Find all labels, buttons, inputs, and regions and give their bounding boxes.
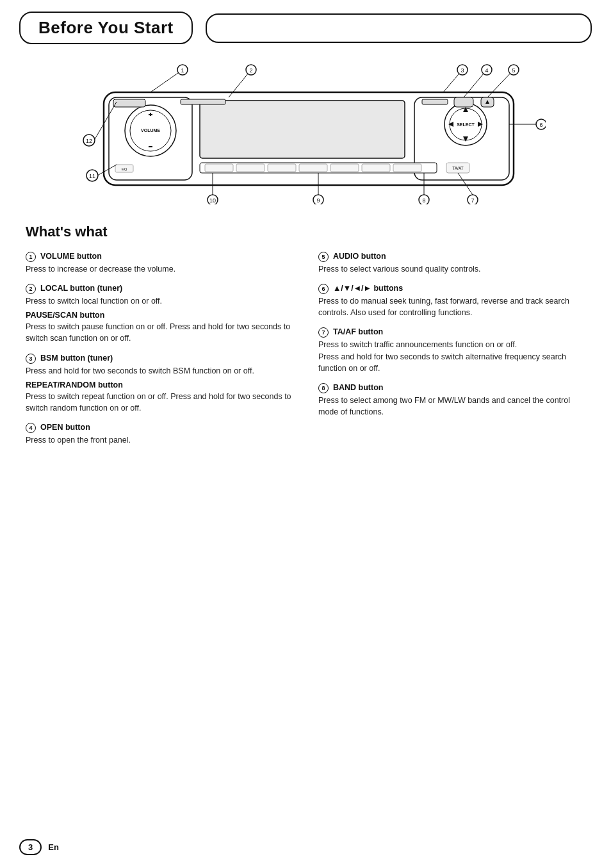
item-5-num: 5 (318, 252, 329, 262)
svg-rect-23 (299, 164, 327, 172)
svg-text:VOLUME: VOLUME (141, 128, 160, 133)
item-2-sub-title: PAUSE/SCAN button (26, 311, 293, 320)
item-8-title: 8 BAND button (318, 383, 585, 393)
item-4-label: OPEN button (40, 423, 90, 432)
item-4-title: 4 OPEN button (26, 423, 293, 433)
item-1-label: VOLUME button (40, 252, 102, 261)
svg-text:3: 3 (460, 67, 464, 74)
svg-text:7: 7 (471, 197, 474, 204)
page-header: Before You Start (0, 0, 611, 44)
svg-line-35 (151, 70, 183, 92)
item-3-sub-title: REPEAT/RANDOM button (26, 381, 293, 389)
svg-text:10: 10 (209, 197, 216, 204)
item-3-num: 3 (26, 354, 36, 364)
item-8-label: BAND button (333, 383, 383, 392)
item-2-title: 2 LOCAL button (tuner) (26, 284, 293, 294)
item-6-title: 6 ▲/▼/◄/► buttons (318, 284, 585, 294)
device-svg: VOLUME SELECT (65, 63, 546, 204)
item-4-body: Press to open the front panel. (26, 434, 293, 446)
item-4-num: 4 (26, 423, 36, 433)
svg-text:TA/AT: TA/AT (452, 166, 463, 170)
item-3-sub-body: Press to switch repeat function on or of… (26, 391, 293, 414)
item-6-label: ▲/▼/◄/► buttons (333, 284, 403, 293)
item-1: 1 VOLUME button Press to increase or dec… (26, 252, 293, 275)
item-2-sub-label: PAUSE/SCAN button (26, 311, 104, 320)
svg-text:9: 9 (316, 197, 320, 204)
item-8-num: 8 (318, 383, 329, 393)
svg-rect-22 (268, 164, 296, 172)
svg-rect-17 (113, 99, 145, 107)
item-5-body: Press to select various sound quality co… (318, 263, 585, 275)
item-3-title: 3 BSM button (tuner) (26, 354, 293, 364)
item-5-label: AUDIO button (333, 252, 386, 261)
svg-text:1: 1 (181, 67, 184, 74)
svg-text:8: 8 (422, 197, 425, 204)
item-4: 4 OPEN button Press to open the front pa… (26, 423, 293, 446)
page-title: Before You Start (38, 18, 174, 37)
item-2-body: Press to switch local function on or off… (26, 295, 293, 307)
device-diagram-area: VOLUME SELECT (0, 44, 611, 211)
item-5-title: 5 AUDIO button (318, 252, 585, 262)
right-column: 5 AUDIO button Press to select various s… (318, 252, 585, 455)
item-3-label: BSM button (tuner) (40, 354, 113, 363)
item-3: 3 BSM button (tuner) Press and hold for … (26, 354, 293, 414)
title-box: Before You Start (19, 12, 193, 44)
item-7-title: 7 TA/AF button (318, 327, 585, 338)
item-3-body: Press and hold for two seconds to switch… (26, 365, 293, 377)
item-1-num: 1 (26, 252, 36, 262)
svg-rect-20 (205, 164, 233, 172)
svg-text:EQ: EQ (122, 167, 127, 171)
item-1-title: 1 VOLUME button (26, 252, 293, 262)
svg-rect-8 (200, 101, 405, 158)
item-1-body: Press to increase or decrease the volume… (26, 263, 293, 275)
svg-text:2: 2 (249, 67, 252, 74)
section-title: What's what (26, 224, 585, 240)
two-column-layout: 1 VOLUME button Press to increase or dec… (26, 252, 585, 455)
header-right-decoration (206, 13, 592, 43)
item-7-label: TA/AF button (333, 327, 383, 336)
svg-rect-26 (393, 164, 421, 172)
item-6: 6 ▲/▼/◄/► buttons Press to do manual see… (318, 284, 585, 318)
svg-text:5: 5 (512, 67, 515, 74)
item-7-num: 7 (318, 327, 329, 338)
svg-text:12: 12 (86, 138, 92, 144)
item-2: 2 LOCAL button (tuner) Press to switch l… (26, 284, 293, 344)
item-2-num: 2 (26, 284, 36, 294)
item-3-sub-label: REPEAT/RANDOM button (26, 381, 123, 389)
item-7-body: Press to switch traffic announcements fu… (318, 339, 585, 373)
item-6-body: Press to do manual seek tuning, fast for… (318, 295, 585, 318)
item-7: 7 TA/AF button Press to switch traffic a… (318, 327, 585, 373)
svg-rect-25 (362, 164, 390, 172)
item-8-body: Press to select among two FM or MW/LW ba… (318, 395, 585, 418)
left-column: 1 VOLUME button Press to increase or dec… (26, 252, 293, 455)
item-6-num: 6 (318, 284, 329, 294)
footer-language: En (48, 842, 59, 852)
svg-text:11: 11 (89, 173, 95, 179)
svg-text:4: 4 (485, 67, 488, 74)
page-number: 3 (19, 839, 42, 855)
svg-rect-18 (181, 99, 225, 104)
item-2-label: LOCAL button (tuner) (40, 284, 122, 293)
svg-text:6: 6 (539, 122, 542, 128)
page-footer: 3 En (19, 839, 59, 855)
item-8: 8 BAND button Press to select among two … (318, 383, 585, 418)
svg-rect-24 (330, 164, 359, 172)
svg-rect-21 (236, 164, 265, 172)
content-section: What's what 1 VOLUME button Press to inc… (0, 211, 611, 474)
svg-text:SELECT: SELECT (457, 122, 475, 127)
device-diagram: VOLUME SELECT (65, 63, 546, 204)
svg-rect-32 (454, 97, 473, 107)
svg-rect-31 (422, 99, 448, 104)
item-2-sub-body: Press to switch pause function on or off… (26, 321, 293, 344)
item-5: 5 AUDIO button Press to select various s… (318, 252, 585, 275)
